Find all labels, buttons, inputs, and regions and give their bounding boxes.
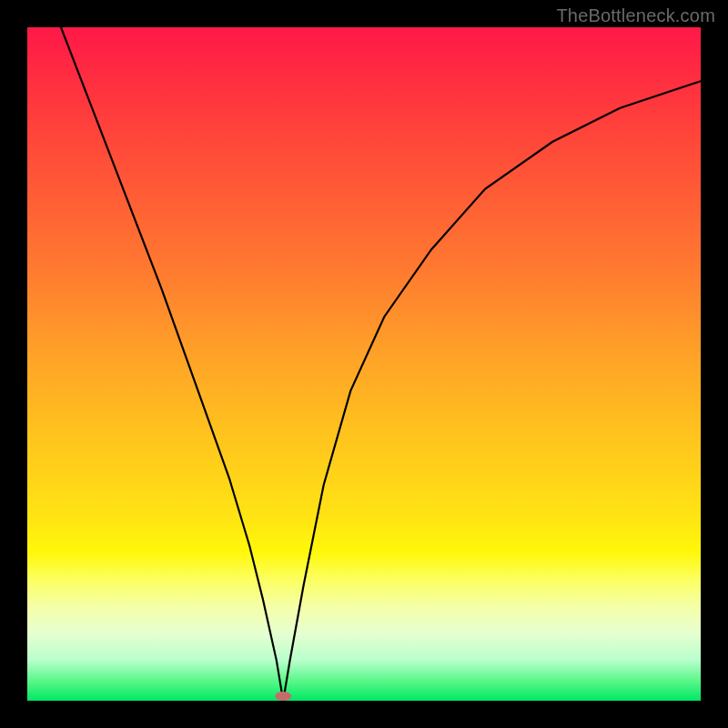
minimum-marker bbox=[275, 692, 291, 701]
watermark-label: TheBottleneck.com bbox=[556, 5, 715, 26]
curve-path bbox=[61, 27, 701, 701]
chart-frame: TheBottleneck.com bbox=[0, 0, 728, 728]
bottleneck-curve bbox=[27, 27, 701, 701]
plot-area bbox=[27, 27, 701, 701]
